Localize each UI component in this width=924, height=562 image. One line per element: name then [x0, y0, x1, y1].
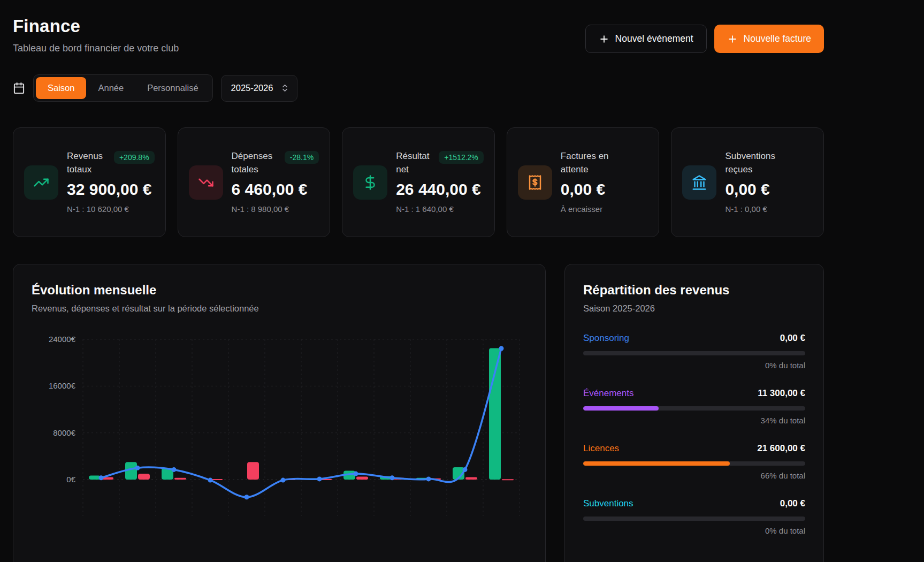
repartition-amount: 21 600,00 € — [757, 443, 805, 454]
stat-value: 32 900,00 € — [67, 180, 155, 199]
stat-value: 26 440,00 € — [396, 180, 484, 199]
evolution-chart-svg: 0€8000€16000€24000€ — [32, 332, 528, 562]
stat-content: Subventions reçues 0,00 € N-1 : 0,00 € — [725, 150, 813, 214]
repartition-label: Événements — [583, 388, 634, 399]
repartition-label: Licences — [583, 443, 619, 454]
stat-card-3: Factures en attente 0,00 € À encaisser — [507, 127, 660, 237]
stat-value: 0,00 € — [561, 180, 648, 199]
charts-row: Évolution mensuelle Revenus, dépenses et… — [13, 264, 824, 562]
stat-badge: -28.1% — [285, 151, 319, 164]
repartition-label: Sponsoring — [583, 333, 629, 344]
evolution-subtitle: Revenus, dépenses et résultat sur la pér… — [32, 303, 527, 314]
new-event-label: Nouvel événement — [615, 33, 693, 44]
trending-up-icon — [24, 165, 58, 200]
progress-track — [583, 461, 805, 466]
topbar: Finance Tableau de bord financier de vot… — [13, 16, 824, 54]
chevrons-up-down-icon — [280, 83, 289, 93]
stat-sub: N-1 : 8 980,00 € — [232, 203, 296, 215]
stat-label: Dépenses totales — [232, 150, 281, 176]
stat-sub: N-1 : 10 620,00 € — [67, 203, 131, 215]
stats-row: Revenus totaux +209.8% 32 900,00 € N-1 :… — [13, 127, 824, 237]
svg-text:24000€: 24000€ — [49, 335, 76, 344]
stat-badge: +1512.2% — [439, 151, 483, 164]
calendar-icon — [13, 82, 25, 94]
progress-track — [583, 351, 805, 355]
repartition-amount: 11 300,00 € — [758, 388, 805, 399]
evolution-chart: 0€8000€16000€24000€ — [32, 332, 527, 562]
plus-icon — [599, 34, 609, 44]
top-actions: Nouvel événement Nouvelle facture — [585, 25, 824, 53]
stat-card-1: Dépenses totales -28.1% 6 460,00 € N-1 :… — [178, 127, 331, 237]
repartition-amount: 0,00 € — [780, 333, 805, 344]
stat-label: Résultat net — [396, 150, 436, 176]
stat-card-0: Revenus totaux +209.8% 32 900,00 € N-1 :… — [13, 127, 166, 237]
tab-saison[interactable]: Saison — [36, 77, 86, 99]
stat-card-2: Résultat net +1512.2% 26 440,00 € N-1 : … — [342, 127, 495, 237]
repartition-percent: 0% du total — [583, 361, 805, 370]
progress-track — [583, 517, 805, 521]
progress-fill — [583, 461, 730, 466]
trending-down-icon — [189, 165, 223, 200]
page-heading: Finance Tableau de bord financier de vot… — [13, 16, 179, 54]
bank-icon — [682, 165, 716, 200]
season-select[interactable]: 2025-2026 — [221, 75, 298, 102]
finance-page: Finance Tableau de bord financier de vot… — [13, 0, 824, 562]
tab-annee[interactable]: Année — [86, 77, 135, 99]
progress-track — [583, 406, 805, 411]
evolution-panel: Évolution mensuelle Revenus, dépenses et… — [13, 264, 546, 562]
stat-content: Revenus totaux +209.8% 32 900,00 € N-1 :… — [67, 150, 155, 214]
repartition-rows: Sponsoring 0,00 € 0% du total Événements… — [583, 333, 805, 535]
repartition-panel: Répartition des revenus Saison 2025-2026… — [564, 264, 824, 562]
tab-personnalise[interactable]: Personnalisé — [135, 77, 210, 99]
receipt-icon — [518, 165, 552, 200]
stat-label: Factures en attente — [561, 150, 617, 176]
evolution-title: Évolution mensuelle — [32, 283, 527, 298]
stat-sub: N-1 : 0,00 € — [725, 203, 789, 215]
stat-sub: À encaisser — [561, 203, 625, 215]
stat-value: 0,00 € — [725, 180, 813, 199]
repartition-row-2: Licences 21 600,00 € 66% du total — [583, 443, 805, 480]
stat-card-4: Subventions reçues 0,00 € N-1 : 0,00 € — [671, 127, 824, 237]
repartition-amount: 0,00 € — [780, 498, 805, 509]
stat-value: 6 460,00 € — [232, 180, 319, 199]
repartition-subtitle: Saison 2025-2026 — [583, 303, 805, 314]
repartition-row-3: Subventions 0,00 € 0% du total — [583, 498, 805, 535]
period-mode-tabs: Saison Année Personnalisé — [33, 74, 213, 102]
repartition-label: Subventions — [583, 498, 633, 509]
stat-badge: +209.8% — [114, 151, 155, 164]
svg-text:0€: 0€ — [66, 475, 75, 484]
svg-text:16000€: 16000€ — [49, 381, 76, 390]
dollar-icon — [353, 165, 387, 200]
new-invoice-button[interactable]: Nouvelle facture — [714, 25, 824, 53]
repartition-row-1: Événements 11 300,00 € 34% du total — [583, 388, 805, 425]
repartition-percent: 34% du total — [583, 416, 805, 425]
stat-content: Factures en attente 0,00 € À encaisser — [561, 150, 648, 214]
stat-content: Dépenses totales -28.1% 6 460,00 € N-1 :… — [232, 150, 319, 214]
progress-fill — [583, 406, 659, 411]
stat-content: Résultat net +1512.2% 26 440,00 € N-1 : … — [396, 150, 484, 214]
repartition-percent: 0% du total — [583, 526, 805, 535]
plus-icon — [727, 34, 738, 44]
svg-text:8000€: 8000€ — [53, 428, 75, 437]
repartition-title: Répartition des revenus — [583, 283, 805, 298]
season-select-value: 2025-2026 — [231, 83, 273, 93]
repartition-row-0: Sponsoring 0,00 € 0% du total — [583, 333, 805, 370]
page-subtitle: Tableau de bord financier de votre club — [13, 43, 179, 54]
stat-label: Revenus totaux — [67, 150, 111, 176]
stat-sub: N-1 : 1 640,00 € — [396, 203, 460, 215]
repartition-percent: 66% du total — [583, 471, 805, 480]
stat-label: Subventions reçues — [725, 150, 782, 176]
page-title: Finance — [13, 16, 179, 36]
new-invoice-label: Nouvelle facture — [744, 33, 811, 44]
new-event-button[interactable]: Nouvel événement — [585, 25, 707, 53]
filter-row: Saison Année Personnalisé 2025-2026 — [13, 74, 824, 102]
